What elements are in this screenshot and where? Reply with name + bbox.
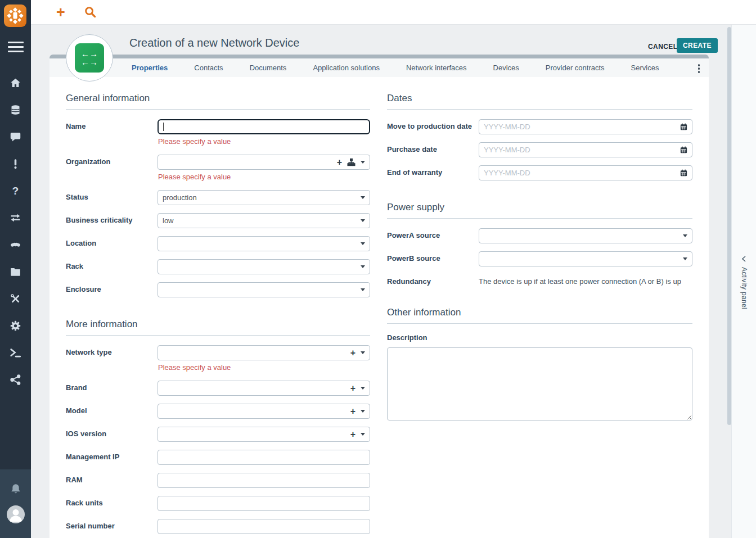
field-network-type: Network type + Please specify a value bbox=[66, 345, 370, 373]
home-icon[interactable] bbox=[10, 77, 21, 89]
enclosure-label: Enclosure bbox=[66, 282, 158, 297]
purchase-date-input[interactable] bbox=[479, 142, 692, 157]
field-move-to-production-date: Move to production date bbox=[387, 119, 692, 134]
name-input[interactable] bbox=[158, 119, 370, 134]
rack-select[interactable] bbox=[158, 259, 370, 274]
power-a-source-label: PowerA source bbox=[387, 228, 479, 243]
form-content: General information Name Please specify … bbox=[50, 77, 709, 538]
chevron-down-icon[interactable] bbox=[361, 161, 365, 164]
itop-logo-icon bbox=[7, 7, 24, 24]
business-criticality-select[interactable]: low bbox=[158, 213, 370, 228]
network-type-select[interactable]: + bbox=[158, 345, 370, 360]
tools-icon[interactable] bbox=[10, 293, 21, 305]
calendar-icon[interactable] bbox=[680, 169, 688, 177]
enclosure-select[interactable] bbox=[158, 282, 370, 297]
field-enclosure: Enclosure bbox=[66, 282, 370, 297]
move-to-production-date-label: Move to production date bbox=[387, 119, 479, 134]
chevron-down-icon[interactable] bbox=[361, 433, 365, 436]
end-of-warranty-input[interactable] bbox=[479, 165, 692, 180]
location-select[interactable] bbox=[158, 236, 370, 251]
chevron-down-icon[interactable] bbox=[361, 410, 365, 413]
cancel-button[interactable]: CANCEL bbox=[645, 40, 681, 53]
chevron-down-icon[interactable] bbox=[361, 387, 365, 390]
comment-icon[interactable] bbox=[10, 131, 21, 143]
tab-network-interfaces[interactable]: Network interfaces bbox=[406, 64, 467, 72]
search-icon[interactable] bbox=[84, 6, 97, 19]
tab-properties[interactable]: Properties bbox=[132, 64, 168, 72]
serial-number-input[interactable] bbox=[158, 519, 370, 534]
add-network-type-icon[interactable]: + bbox=[350, 349, 356, 358]
field-power-a-source: PowerA source bbox=[387, 228, 692, 243]
chevron-down-icon[interactable] bbox=[683, 234, 687, 237]
calendar-icon[interactable] bbox=[680, 123, 688, 131]
exchange-icon[interactable] bbox=[10, 212, 21, 224]
itop-logo[interactable] bbox=[4, 4, 26, 27]
management-ip-input[interactable] bbox=[158, 450, 370, 465]
tab-overflow-menu-icon[interactable] bbox=[697, 63, 701, 74]
tab-services[interactable]: Services bbox=[631, 64, 659, 72]
chevron-down-icon[interactable] bbox=[361, 265, 365, 268]
add-organization-icon[interactable]: + bbox=[337, 158, 342, 167]
model-select[interactable]: + bbox=[158, 404, 370, 419]
redundancy-label: Redundancy bbox=[387, 274, 479, 286]
power-b-source-select[interactable] bbox=[479, 251, 692, 266]
location-label: Location bbox=[66, 236, 158, 251]
serial-number-label: Serial number bbox=[66, 519, 158, 534]
tab-contacts[interactable]: Contacts bbox=[194, 64, 223, 72]
description-textarea[interactable] bbox=[387, 347, 692, 421]
add-brand-icon[interactable]: + bbox=[350, 384, 356, 393]
calendar-icon[interactable] bbox=[680, 146, 688, 154]
chevron-down-icon[interactable] bbox=[361, 196, 365, 199]
business-criticality-label: Business criticality bbox=[66, 213, 158, 228]
add-ios-version-icon[interactable]: + bbox=[350, 430, 356, 439]
new-object-icon[interactable]: + bbox=[56, 3, 65, 22]
chevron-down-icon[interactable] bbox=[361, 351, 365, 354]
chevron-down-icon[interactable] bbox=[683, 257, 687, 260]
rack-units-input[interactable] bbox=[158, 496, 370, 511]
tab-provider-contracts[interactable]: Provider contracts bbox=[546, 64, 605, 72]
chevron-down-icon[interactable] bbox=[361, 242, 365, 245]
ram-input[interactable] bbox=[158, 473, 370, 488]
handshake-icon[interactable] bbox=[10, 239, 21, 251]
tab-bar: Properties Contacts Documents Applicatio… bbox=[50, 58, 709, 77]
ios-version-select[interactable]: + bbox=[158, 427, 370, 442]
add-model-icon[interactable]: + bbox=[350, 407, 356, 416]
move-to-production-date-input[interactable] bbox=[479, 119, 692, 134]
tab-documents[interactable]: Documents bbox=[250, 64, 287, 72]
name-error: Please specify a value bbox=[158, 137, 370, 146]
hierarchy-icon[interactable] bbox=[347, 158, 356, 166]
database-icon[interactable] bbox=[10, 104, 21, 116]
bell-icon[interactable] bbox=[10, 483, 22, 495]
organization-input[interactable]: + bbox=[158, 155, 370, 170]
name-label: Name bbox=[66, 119, 158, 147]
tab-devices[interactable]: Devices bbox=[493, 64, 519, 72]
menu-toggle-icon[interactable] bbox=[8, 42, 24, 55]
brand-select[interactable]: + bbox=[158, 381, 370, 396]
folder-icon[interactable] bbox=[10, 266, 21, 278]
create-button[interactable]: CREATE bbox=[677, 38, 718, 53]
object-class-badge: ←→ ←→ bbox=[66, 34, 113, 82]
question-icon[interactable]: ? bbox=[10, 185, 21, 197]
field-business-criticality: Business criticality low bbox=[66, 213, 370, 228]
chevron-down-icon[interactable] bbox=[361, 288, 365, 291]
svg-text:?: ? bbox=[12, 185, 19, 197]
network-type-label: Network type bbox=[66, 345, 158, 373]
field-status: Status production bbox=[66, 190, 370, 205]
chevron-down-icon[interactable] bbox=[361, 219, 365, 222]
rack-units-label: Rack units bbox=[66, 496, 158, 511]
power-a-source-select[interactable] bbox=[479, 228, 692, 243]
activity-panel-toggle[interactable]: Activity panel bbox=[731, 25, 756, 538]
network-type-error: Please specify a value bbox=[158, 363, 370, 372]
gear-icon[interactable] bbox=[10, 320, 21, 332]
tab-application-solutions[interactable]: Application solutions bbox=[313, 64, 380, 72]
status-label: Status bbox=[66, 190, 158, 205]
share-icon[interactable] bbox=[10, 374, 21, 386]
user-avatar[interactable] bbox=[7, 505, 25, 523]
exclamation-icon[interactable] bbox=[10, 158, 21, 170]
rack-label: Rack bbox=[66, 259, 158, 274]
management-ip-label: Management IP bbox=[66, 450, 158, 465]
vertical-scrollbar[interactable] bbox=[727, 27, 731, 425]
terminal-icon[interactable] bbox=[10, 347, 21, 359]
field-description: Description bbox=[387, 333, 692, 423]
status-select[interactable]: production bbox=[158, 190, 370, 205]
